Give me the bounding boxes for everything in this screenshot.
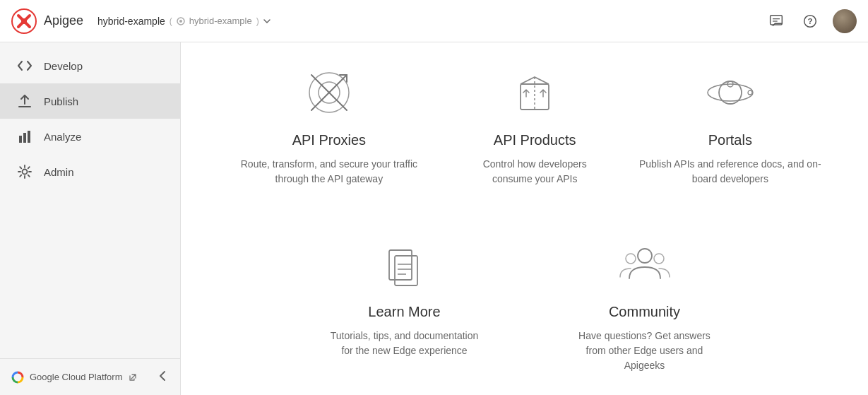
- svg-point-32: [638, 249, 652, 263]
- separator: (: [170, 16, 172, 26]
- portals-title: Portals: [708, 132, 752, 148]
- svg-point-26: [748, 90, 752, 95]
- cards-row-1: API Proxies Route, transform, and secure…: [209, 50, 840, 201]
- sidebar-item-develop[interactable]: Develop: [0, 48, 180, 83]
- sidebar-item-analyze-label: Analyze: [44, 131, 81, 143]
- publish-icon: [17, 93, 32, 109]
- analyze-icon: [17, 129, 32, 144]
- chat-icon: [769, 14, 783, 28]
- app-title: Apigee: [44, 13, 83, 28]
- api-proxies-title: API Proxies: [292, 132, 366, 148]
- svg-rect-27: [389, 250, 412, 280]
- api-proxies-icon: [301, 64, 357, 121]
- dropdown-arrow-icon: [263, 19, 270, 23]
- sidebar-footer: Google Cloud Platform: [0, 358, 180, 395]
- svg-point-3: [179, 20, 182, 23]
- learn-more-title: Learn More: [368, 304, 440, 320]
- svg-text:?: ?: [807, 16, 812, 25]
- apigee-logo-icon: [11, 8, 37, 34]
- community-desc: Have questions? Get answers from other E…: [570, 329, 720, 373]
- card-api-proxies[interactable]: API Proxies Route, transform, and secure…: [209, 50, 449, 201]
- env-status-icon: [177, 17, 185, 25]
- svg-rect-11: [19, 136, 22, 143]
- sidebar: Develop Publish: [0, 42, 181, 395]
- sidebar-item-publish-label: Publish: [44, 95, 78, 107]
- svg-point-14: [23, 170, 28, 175]
- avatar-image: [833, 9, 857, 33]
- help-button[interactable]: ?: [799, 10, 821, 33]
- portals-desc: Publish APIs and reference docs, and on-…: [638, 157, 823, 187]
- sidebar-item-develop-label: Develop: [44, 60, 83, 72]
- notifications-button[interactable]: [765, 10, 787, 33]
- community-icon: [617, 236, 673, 293]
- api-proxies-desc: Route, transform, and secure your traffi…: [226, 157, 432, 187]
- separator2: ): [256, 16, 259, 26]
- admin-icon: [17, 164, 32, 179]
- sidebar-item-admin-label: Admin: [44, 166, 74, 178]
- cards-container: API Proxies Route, transform, and secure…: [181, 42, 868, 395]
- svg-point-34: [654, 254, 664, 264]
- svg-rect-13: [28, 131, 30, 143]
- svg-rect-12: [23, 133, 26, 143]
- svg-point-1: [21, 18, 27, 24]
- api-products-title: API Products: [494, 132, 576, 148]
- card-community[interactable]: Community Have questions? Get answers fr…: [553, 222, 737, 387]
- develop-icon: [17, 58, 32, 73]
- avatar[interactable]: [833, 9, 857, 33]
- org-name: hybrid-example: [97, 16, 165, 27]
- sidebar-item-publish[interactable]: Publish: [0, 83, 180, 119]
- card-portals[interactable]: Portals Publish APIs and reference docs,…: [621, 50, 840, 201]
- learn-more-desc: Tutorials, tips, and documentation for t…: [330, 329, 480, 358]
- external-link-icon: [129, 373, 137, 382]
- cards-row-2: Learn More Tutorials, tips, and document…: [209, 222, 840, 387]
- card-api-products[interactable]: API Products Control how developers cons…: [449, 50, 621, 201]
- card-learn-more[interactable]: Learn More Tutorials, tips, and document…: [313, 222, 497, 387]
- env-name: hybrid-example: [189, 16, 252, 26]
- svg-rect-21: [521, 84, 549, 110]
- sidebar-collapse-button[interactable]: [156, 367, 169, 387]
- community-title: Community: [609, 304, 680, 320]
- portals-icon: [702, 64, 759, 121]
- header-icons: ?: [765, 9, 857, 33]
- svg-rect-28: [395, 256, 417, 285]
- gcp-icon: [11, 371, 24, 384]
- help-icon: ?: [803, 14, 817, 28]
- sidebar-item-admin[interactable]: Admin: [0, 154, 180, 189]
- main-layout: Develop Publish: [0, 42, 868, 395]
- sidebar-nav: Develop Publish: [0, 42, 180, 358]
- gcp-link[interactable]: Google Cloud Platform: [11, 371, 137, 384]
- gcp-label: Google Cloud Platform: [30, 372, 123, 382]
- logo[interactable]: Apigee: [11, 8, 83, 34]
- svg-point-33: [626, 254, 636, 264]
- sidebar-item-analyze[interactable]: Analyze: [0, 119, 180, 154]
- collapse-icon: [159, 370, 166, 382]
- org-selector[interactable]: hybrid-example ( hybrid-example ): [97, 16, 270, 27]
- api-products-icon: [506, 64, 563, 121]
- learn-more-icon: [376, 236, 433, 293]
- header: Apigee hybrid-example ( hybrid-example ): [0, 0, 868, 42]
- api-products-desc: Control how developers consume your APIs: [466, 157, 604, 187]
- content-area: API Proxies Route, transform, and secure…: [181, 42, 868, 395]
